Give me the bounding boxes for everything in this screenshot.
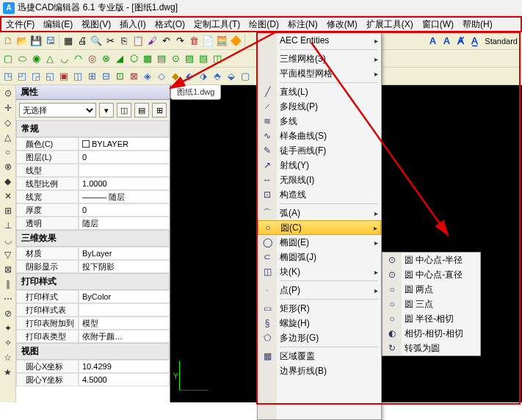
prop-btn-1[interactable]: ▾: [99, 103, 114, 117]
lp-tan-icon[interactable]: ◡: [1, 233, 15, 247]
prop-row[interactable]: 线型比例1.0000: [16, 177, 170, 190]
menu-draw[interactable]: 绘图(D): [244, 18, 283, 31]
calc-icon[interactable]: 🧮: [215, 35, 228, 48]
submenu-item-转弧为圆[interactable]: ↻转弧为圆: [383, 341, 480, 355]
document-tab[interactable]: 图纸1.dwg: [170, 85, 221, 100]
dome-icon[interactable]: ◠: [71, 52, 84, 65]
menu-modify[interactable]: 修改(M): [322, 18, 362, 31]
print-icon[interactable]: 🖨: [76, 35, 89, 48]
lp-near-icon[interactable]: ▽: [1, 248, 15, 261]
lp-17-icon[interactable]: ✦: [1, 322, 15, 335]
lp-cross-icon[interactable]: ✛: [1, 101, 15, 115]
submenu-item-圆 中心点-直径[interactable]: ⊙圆 中心点-直径: [383, 267, 480, 282]
menu-item-平面模型网格[interactable]: 平面模型网格▸: [258, 66, 381, 81]
lp-19-icon[interactable]: ☆: [1, 351, 15, 364]
brush-icon[interactable]: 🖌: [145, 35, 159, 48]
prop-row[interactable]: 打印表类型依附于颜…: [16, 330, 170, 343]
mesh-icon[interactable]: ▦: [141, 52, 154, 65]
tb3-10-icon[interactable]: ⊠: [127, 70, 140, 83]
properties-body[interactable]: 常规颜色(C)BYLAYER图层(L)0线型线型比例1.0000线宽——— 随层…: [16, 120, 170, 402]
tb3-11-icon[interactable]: ◈: [141, 70, 154, 83]
tb3-13-icon[interactable]: ◆: [169, 70, 182, 83]
ring-icon[interactable]: ⊗: [99, 52, 112, 65]
trash-icon[interactable]: 🗑: [187, 35, 200, 48]
tb3-3-icon[interactable]: ◲: [29, 70, 43, 83]
menu-item-徒手画线(F)[interactable]: ✎徒手画线(F): [258, 143, 381, 158]
wedge-icon[interactable]: ◢: [113, 52, 126, 65]
tb3-7-icon[interactable]: ⊞: [85, 70, 98, 83]
tb3-9-icon[interactable]: ⊡: [113, 70, 126, 83]
ruled-icon[interactable]: ▨: [183, 52, 196, 65]
prop-btn-3[interactable]: ▤: [134, 103, 149, 117]
prop-row[interactable]: 厚度0: [16, 203, 170, 217]
tb3-2-icon[interactable]: ◰: [15, 70, 29, 83]
menu-item-椭圆(E)[interactable]: ◯椭圆(E)▸: [258, 235, 381, 250]
menu-help[interactable]: 帮助(H): [458, 18, 497, 31]
prop-row[interactable]: 线型: [16, 164, 170, 177]
tb3-15-icon[interactable]: ⬗: [197, 70, 210, 83]
tb3-5-icon[interactable]: ▣: [57, 70, 70, 83]
submenu-item-相切-相切-相切[interactable]: ◐相切-相切-相切: [383, 326, 480, 341]
lp-mid-icon[interactable]: △: [1, 131, 15, 144]
lp-ext-icon[interactable]: ⋯: [1, 292, 15, 305]
submenu-item-圆 中心点-半径[interactable]: ⊙圆 中心点-半径: [383, 253, 480, 267]
sphere-icon[interactable]: ◉: [29, 52, 43, 65]
prop-row[interactable]: 颜色(C)BYLAYER: [16, 137, 170, 151]
menu-item-多边形(G)[interactable]: ⬠多边形(G): [258, 330, 381, 345]
menu-item-螺旋(H)[interactable]: §螺旋(H): [258, 316, 381, 330]
submenu-item-圆 三点[interactable]: ○圆 三点: [383, 297, 480, 311]
tb3-8-icon[interactable]: ⊟: [99, 70, 112, 83]
tb3-4-icon[interactable]: ◱: [43, 70, 57, 83]
open-icon[interactable]: 📂: [15, 35, 29, 48]
cyl-icon[interactable]: ⬭: [15, 52, 29, 65]
prop-group-header[interactable]: 三维效果: [16, 230, 170, 247]
cone-icon[interactable]: △: [43, 52, 57, 65]
rev-icon[interactable]: ⊙: [169, 52, 182, 65]
prop-row[interactable]: 透明随层: [16, 217, 170, 230]
lp-end-icon[interactable]: ◇: [1, 116, 15, 129]
menu-window[interactable]: 窗口(W): [418, 18, 458, 31]
submenu-item-圆 半径-相切[interactable]: ○圆 半径-相切: [383, 311, 480, 326]
tab-icon[interactable]: ▧: [197, 52, 210, 65]
prop-row[interactable]: 打印表附加到模型: [16, 316, 170, 330]
menu-item-AEC Entities[interactable]: AEC Entities▸: [258, 33, 381, 48]
lp-int-icon[interactable]: ✕: [1, 189, 15, 203]
tb3-17-icon[interactable]: ⬙: [225, 70, 238, 83]
menu-item-圆(C)[interactable]: ○圆(C)▸: [258, 220, 381, 235]
undo-icon[interactable]: ↶: [159, 35, 173, 48]
menu-tools[interactable]: 定制工具(T): [189, 18, 244, 31]
lp-node-icon[interactable]: ⊗: [1, 160, 15, 173]
menu-format[interactable]: 格式(O): [151, 18, 189, 31]
menu-item-三维网格(3)[interactable]: 三维网格(3)▸: [258, 51, 381, 66]
tb3-18-icon[interactable]: ▢: [239, 70, 252, 83]
menu-file[interactable]: 文件(F): [1, 18, 39, 31]
prism-icon[interactable]: ⬡: [127, 52, 140, 65]
lp-app-icon[interactable]: ⊠: [1, 263, 15, 276]
layer-icon[interactable]: 🔶: [229, 35, 242, 48]
prop-btn-2[interactable]: ◫: [117, 103, 131, 117]
torus-icon[interactable]: ◎: [85, 52, 98, 65]
cut-icon[interactable]: ✂: [104, 35, 117, 48]
lp-cen-icon[interactable]: ○: [1, 145, 15, 159]
surf-icon[interactable]: ▤: [155, 52, 168, 65]
menu-item-多段线(P)[interactable]: ⟋多段线(P): [258, 99, 381, 114]
lp-circ-icon[interactable]: ⊙: [1, 87, 15, 100]
menu-dim[interactable]: 标注(N): [283, 18, 322, 31]
menu-item-样条曲线(S)[interactable]: ∿样条曲线(S): [258, 128, 381, 143]
lp-18-icon[interactable]: ✧: [1, 336, 15, 350]
lp-20-icon[interactable]: ★: [1, 366, 15, 379]
menu-item-射线(Y)[interactable]: ↗射线(Y): [258, 158, 381, 173]
menu-insert[interactable]: 插入(I): [115, 18, 150, 31]
paste-icon[interactable]: 📋: [131, 35, 145, 48]
lp-ins-icon[interactable]: ⊞: [1, 204, 15, 217]
prop-row[interactable]: 圆心X坐标10.4299: [16, 360, 170, 373]
prop-row[interactable]: 圆心Y坐标4.5000: [16, 373, 170, 386]
menu-item-矩形(R)[interactable]: ▭矩形(R): [258, 301, 381, 316]
prop-row[interactable]: 打印样式表: [16, 303, 170, 316]
menu-item-弧(A)[interactable]: ⌒弧(A)▸: [258, 206, 381, 220]
menu-item-边界折线(B)[interactable]: 边界折线(B): [258, 363, 381, 378]
box-icon[interactable]: ▢: [1, 52, 15, 65]
copy-icon[interactable]: ⎘: [117, 35, 131, 48]
menu-ext[interactable]: 扩展工具(X): [362, 18, 418, 31]
tb3-16-icon[interactable]: ⬘: [211, 70, 224, 83]
